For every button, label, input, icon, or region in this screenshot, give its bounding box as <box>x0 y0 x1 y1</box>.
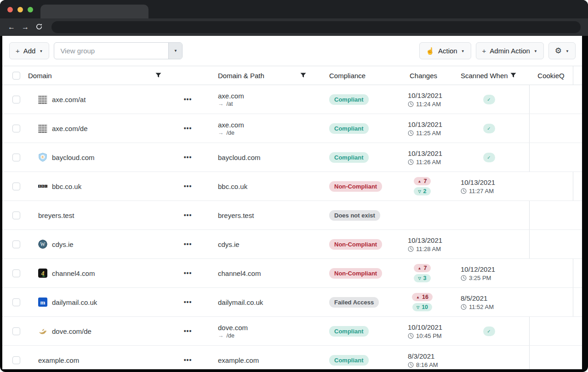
row-menu-button[interactable]: ••• <box>184 212 192 219</box>
add-button[interactable]: + Add ▼ <box>9 42 49 59</box>
scanned-date: 8/3/2021 <box>408 352 434 360</box>
row-checkbox[interactable] <box>12 298 20 306</box>
domain-label: channel4.com <box>52 269 95 277</box>
domain-path-label: dove.com <box>218 324 248 332</box>
minimize-window-button[interactable] <box>17 7 23 12</box>
row-menu-button[interactable]: ••• <box>184 154 192 161</box>
path-value: /de <box>227 130 234 136</box>
row-checkbox[interactable] <box>12 183 20 190</box>
table-row: axe.com/de ••• axe.com → /de Compliant 1… <box>2 114 582 143</box>
row-menu-button[interactable]: ••• <box>184 240 192 248</box>
svg-text:c: c <box>42 155 44 159</box>
row-menu-button[interactable]: ••• <box>184 269 192 277</box>
row-menu-button[interactable]: ••• <box>184 327 192 335</box>
domains-table: Domain Domain & Path Compliance Changes … <box>2 66 582 369</box>
table-row: dove.com/de ••• dove.com → /de Compliant… <box>2 317 582 346</box>
domain-path-label: cdys.ie <box>218 240 240 248</box>
clock-icon <box>461 188 467 194</box>
scanned-when-cell: 10/13/2021 11:24 AM <box>396 92 449 108</box>
column-header-cookieq: CookieQ <box>537 72 564 80</box>
column-header-domain-path: Domain & Path <box>218 72 264 80</box>
changes-down-badge: ▽ 2 <box>414 187 430 195</box>
row-checkbox[interactable] <box>12 327 20 335</box>
filter-icon[interactable] <box>155 73 161 78</box>
wordpress-favicon: W <box>38 240 47 249</box>
compliance-badge: Compliant <box>329 355 369 366</box>
dailymail-favicon: m <box>38 298 47 307</box>
domain-path-label: channel4.com <box>218 269 261 277</box>
column-header-changes: Changes <box>410 72 437 80</box>
row-checkbox[interactable] <box>12 269 20 277</box>
table-row: c baycloud.com ••• baycloud.com Complian… <box>2 143 582 172</box>
clock-icon <box>408 130 414 136</box>
triangle-up-icon: ▲ <box>418 266 422 270</box>
browser-tab-bar <box>0 0 588 18</box>
filter-icon[interactable] <box>300 73 306 78</box>
table-header-row: Domain Domain & Path Compliance Changes … <box>2 66 582 85</box>
row-menu-button[interactable]: ••• <box>184 356 192 364</box>
changes-cell: ▲ 7 ▽ 3 <box>396 264 449 282</box>
domain-label: cdys.ie <box>52 240 74 248</box>
chevron-down-icon: ▼ <box>39 49 43 53</box>
scanned-date: 10/13/2021 <box>408 92 442 99</box>
row-menu-button[interactable]: ••• <box>184 96 192 103</box>
svg-text:W: W <box>40 241 46 247</box>
scanned-time: 3:25 PM <box>461 275 491 281</box>
row-menu-button[interactable]: ••• <box>184 125 192 132</box>
clock-icon <box>408 101 414 107</box>
scanned-time: 8:16 AM <box>408 361 438 368</box>
scanned-date: 10/13/2021 <box>461 178 495 186</box>
browser-tab[interactable] <box>40 5 148 18</box>
back-icon[interactable]: ← <box>5 23 18 31</box>
scanned-when-cell: 8/3/2021 8:16 AM <box>396 352 449 368</box>
bbc-favicon: BBC <box>38 182 47 191</box>
path-suffix: → /at <box>218 101 233 107</box>
compliance-badge: Compliant <box>329 326 369 337</box>
view-group-select[interactable]: View group ▼ <box>54 42 183 59</box>
clock-icon <box>461 275 467 281</box>
admin-action-button[interactable]: + Admin Action ▼ <box>476 42 544 59</box>
scanned-when-cell: 10/10/2021 10:45 PM <box>396 323 449 339</box>
row-checkbox[interactable] <box>12 125 20 132</box>
chevron-down-icon: ▼ <box>565 49 569 53</box>
scanned-time: 11:26 AM <box>408 159 441 166</box>
select-all-checkbox[interactable] <box>12 72 20 80</box>
scanned-when-cell: 10/13/2021 11:26 AM <box>396 149 449 166</box>
close-window-button[interactable] <box>7 7 13 12</box>
scanned-time: 10:45 PM <box>408 332 442 339</box>
settings-button[interactable]: ⚙ ▼ <box>548 42 576 59</box>
svg-text:B: B <box>42 185 43 188</box>
forward-icon[interactable]: → <box>18 23 32 31</box>
view-group-placeholder: View group <box>54 47 168 55</box>
maximize-window-button[interactable] <box>28 7 33 12</box>
table-row: W cdys.ie ••• cdys.ie Non-Compliant 10/1… <box>2 230 582 259</box>
domain-path-label: breyers.test <box>218 212 254 219</box>
row-menu-button[interactable]: ••• <box>184 183 192 190</box>
compliance-badge: Non-Compliant <box>329 239 382 250</box>
scanned-when-cell: 8/5/2021 11:52 AM <box>449 294 529 310</box>
axe-favicon <box>38 124 47 133</box>
row-checkbox[interactable] <box>12 154 20 161</box>
path-value: /de <box>227 332 234 339</box>
domain-label: axe.com/de <box>52 125 88 132</box>
row-menu-button[interactable]: ••• <box>184 298 192 306</box>
action-button[interactable]: ☝ Action ▼ <box>419 42 471 59</box>
svg-text:B: B <box>39 185 40 188</box>
channel4-favicon: 4 <box>38 269 47 278</box>
row-checkbox[interactable] <box>12 240 20 248</box>
row-checkbox[interactable] <box>12 212 20 219</box>
refresh-icon[interactable] <box>32 23 46 32</box>
svg-text:4: 4 <box>41 270 45 277</box>
filter-icon[interactable] <box>510 73 516 78</box>
scanned-time: 11:27 AM <box>461 188 494 195</box>
scanned-time: 11:28 AM <box>408 246 441 252</box>
address-bar[interactable] <box>51 21 581 33</box>
row-checkbox[interactable] <box>12 96 20 103</box>
cookieq-check-badge: ✓ <box>483 153 495 162</box>
changes-up-badge: ▲ 7 <box>414 177 431 185</box>
changes-up-badge: ▲ 16 <box>412 293 433 301</box>
compliance-badge: Compliant <box>329 123 369 134</box>
row-checkbox[interactable] <box>12 356 20 364</box>
domain-path-label: baycloud.com <box>218 154 261 161</box>
browser-window: ← → + Add ▼ View group ▼ ☝ Action ▼ <box>0 0 588 372</box>
